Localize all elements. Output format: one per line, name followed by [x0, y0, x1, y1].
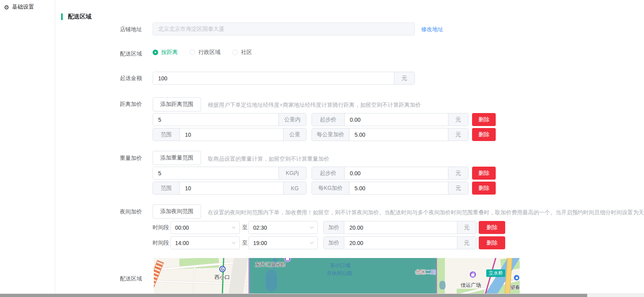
chevron-down-icon: [232, 240, 236, 244]
weight-row1-value-input[interactable]: 5: [153, 167, 278, 179]
chevron-down-icon: [310, 240, 314, 244]
night-row2-price-input[interactable]: 20.00: [344, 237, 457, 249]
map-place-dongshenghui: 东升汇俱乐部: [255, 261, 286, 268]
weight-row1-range-group: 5 KG内: [153, 167, 306, 180]
night-row2-price-label: 加价: [324, 237, 344, 249]
distance-row2-value-input[interactable]: 10: [180, 128, 283, 141]
map-place-beiqu: 北区: [415, 269, 426, 276]
distance-row1-range-group: 5 公里内: [153, 113, 306, 126]
map-place-jiayun: 佳运广场: [461, 282, 481, 289]
add-distance-range-button[interactable]: 添加距离范围: [153, 97, 201, 111]
chevron-down-icon: [310, 225, 314, 229]
map-place-park-line1: 东小口城: [330, 262, 350, 269]
mall-poi-icon: [469, 271, 476, 278]
map-place-wangchun: 望春: [510, 284, 520, 291]
weight-row2-price-input[interactable]: 5.00: [349, 182, 448, 194]
night-row2-period-label: 时间段: [153, 239, 169, 247]
distance-row2-unit: 公里: [283, 128, 306, 141]
weight-label: 重量加价: [91, 155, 142, 161]
radio-unselected-icon: [190, 50, 195, 55]
distance-row2-price-unit: 元: [448, 128, 468, 141]
radio-unselected-icon: [232, 50, 238, 55]
distance-row1-delete-button[interactable]: 删除: [472, 113, 496, 126]
map-place-park-line2: 市休闲公园: [327, 270, 352, 277]
map-label: 配送区域: [91, 275, 142, 282]
night-row2-price-group: 加价 20.00 元: [323, 236, 476, 249]
distance-row1-price-label: 起步价: [312, 113, 345, 126]
distance-row1-unit: 公里内: [278, 113, 306, 126]
weight-row2-price-unit: 元: [448, 182, 468, 194]
min-order-input[interactable]: 100: [153, 72, 394, 84]
night-row2-from-value: 14:00: [175, 240, 189, 246]
distance-row2-range-label: 范围: [153, 128, 180, 141]
distance-label: 距离加价: [91, 101, 142, 107]
map-pond: [439, 281, 446, 290]
distance-row1-price-group: 起步价 0.00 元: [312, 113, 469, 126]
store-address-input[interactable]: 北京北京市海淀区国泰大厦: [153, 22, 415, 35]
night-row1-delete-button[interactable]: 删除: [479, 221, 505, 234]
weight-row2-range-label: 范围: [153, 182, 180, 194]
night-row2-delete-button[interactable]: 删除: [479, 236, 505, 249]
night-hint: 在设置的夜间时间范围内下单，加收费用！如留空，则不计算夜间加价。当配送时间与多个…: [208, 209, 644, 216]
weight-row1-price-group: 起步价 0.00 元: [312, 167, 469, 180]
night-row2-to-text: 至: [242, 239, 248, 247]
map-railway: [154, 260, 164, 293]
modify-address-link[interactable]: 修改地址: [421, 26, 443, 33]
delivery-settings-page: ⚙ 基础设置 配送区域 店铺地址 北京北京市海淀区国泰大厦 修改地址 配送区域 …: [0, 0, 644, 297]
night-row1-from-select[interactable]: 00:00: [170, 221, 240, 234]
night-label: 夜间加价: [91, 208, 142, 215]
weight-row1-price-label: 起步价: [312, 167, 345, 179]
horizontal-scrollbar-thumb[interactable]: [0, 294, 587, 297]
night-row2-price-unit: 元: [457, 237, 476, 249]
distance-row1-price-input[interactable]: 0.00: [345, 113, 448, 126]
night-row1-to-text: 至: [242, 224, 248, 231]
min-order-group: 100 元: [153, 72, 415, 85]
distance-row2-price-input[interactable]: 5.00: [349, 128, 448, 141]
page-title: 配送区域: [68, 13, 91, 20]
weight-row1-price-input[interactable]: 0.00: [345, 167, 448, 179]
night-row1-price-input[interactable]: 20.00: [344, 221, 457, 234]
weight-row2-range-group: 范围 10 KG: [153, 182, 306, 195]
area-type-label: 配送区域: [91, 50, 142, 57]
night-row2-to-select[interactable]: 19:00: [248, 236, 318, 249]
distance-hint: 根据用户下单定位地址经纬度+商家地址经纬度计算骑行距离，如留空则不计算距离加价: [208, 102, 421, 109]
weight-row2-unit: KG: [283, 182, 306, 194]
night-row1-from-value: 00:00: [175, 225, 189, 231]
night-row2-from-select[interactable]: 14:00: [170, 236, 240, 249]
delivery-area-map[interactable]: G 西小口 东升汇俱乐部 东小口城 市休闲公园 公园二期北区 立水桥 佳运广场 …: [154, 258, 520, 293]
sidebar-item-label: 基础设置: [12, 4, 34, 11]
area-type-radio-group: 按距离 行政区域 社区: [153, 49, 252, 56]
night-row1-to-select[interactable]: 02:30: [248, 221, 318, 234]
min-order-unit: 元: [394, 72, 414, 84]
night-row1-price-label: 加价: [324, 221, 344, 234]
distance-row1-value-input[interactable]: 5: [153, 113, 278, 126]
weight-row1-price-unit: 元: [448, 167, 468, 179]
night-row1-to-value: 02:30: [253, 225, 267, 231]
store-address-placeholder: 北京北京市海淀区国泰大厦: [158, 26, 224, 33]
weight-row2-price-group: 每KG加价 5.00 元: [312, 182, 469, 195]
distance-row1-price-unit: 元: [448, 113, 468, 126]
radio-by-distance[interactable]: 按距离: [153, 49, 178, 56]
sidebar-item-basic-settings[interactable]: ⚙ 基础设置: [0, 0, 55, 14]
weight-hint: 取商品设置的重量计算，如留空则不计算重量加价: [208, 156, 329, 163]
distance-row2-delete-button[interactable]: 删除: [472, 128, 496, 141]
night-row2-to-value: 19:00: [253, 240, 267, 246]
horizontal-scrollbar-track[interactable]: [0, 293, 644, 297]
section-accent-bar: [61, 13, 63, 20]
radio-community[interactable]: 社区: [232, 49, 252, 56]
weight-row2-value-input[interactable]: 10: [180, 182, 283, 194]
add-night-range-button[interactable]: 添加夜间范围: [153, 204, 201, 219]
distance-row2-price-label: 每公里加价: [312, 128, 349, 141]
add-weight-range-button[interactable]: 添加重量范围: [153, 151, 201, 165]
map-place-lishuiqiao-badge: 立水桥: [486, 269, 505, 277]
weight-row2-price-label: 每KG加价: [312, 182, 349, 194]
section-header: 配送区域: [61, 13, 91, 20]
store-address-label: 店铺地址: [91, 26, 142, 32]
map-water: [265, 270, 277, 291]
weight-row1-delete-button[interactable]: 删除: [472, 167, 496, 180]
distance-row2-range-group: 范围 10 公里: [153, 128, 306, 141]
weight-row2-delete-button[interactable]: 删除: [472, 182, 496, 195]
radio-selected-icon: [153, 50, 158, 55]
min-order-label: 起送金额: [91, 75, 142, 81]
radio-admin-region[interactable]: 行政区域: [190, 49, 220, 56]
